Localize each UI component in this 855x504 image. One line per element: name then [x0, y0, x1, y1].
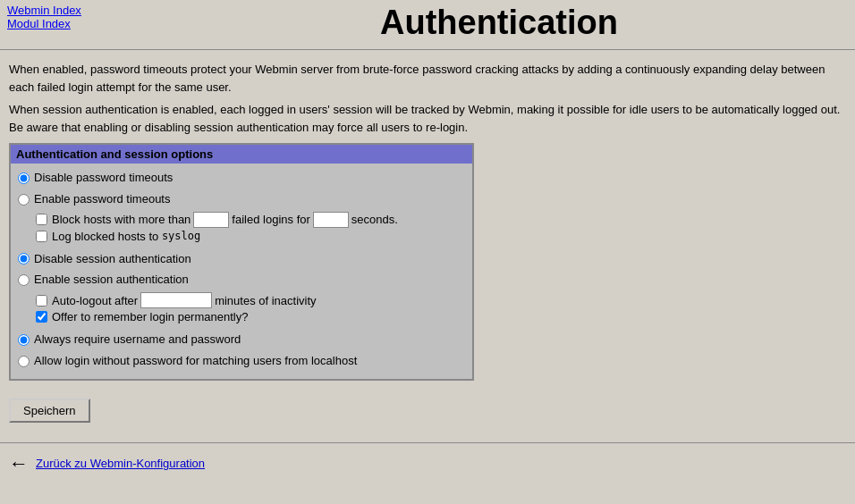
options-header: Authentication and session options — [11, 145, 472, 164]
save-row: Speichern — [9, 390, 846, 432]
description-block: When enabled, password timeouts protect … — [9, 61, 846, 136]
allow-localhost-label: Allow login without password for matchin… — [34, 352, 357, 371]
options-body: Disable password timeouts Enable passwor… — [11, 164, 472, 379]
enable-session-row: Enable session authentication — [18, 271, 465, 290]
modul-index-link[interactable]: Modul Index — [7, 17, 136, 30]
back-arrow-icon: ← — [9, 452, 29, 475]
disable-session-row: Disable session authentication — [18, 250, 465, 269]
log-blocked-row: Log blocked hosts to syslog — [18, 230, 465, 243]
enable-session-label: Enable session authentication — [34, 271, 189, 290]
auto-logout-input[interactable] — [140, 292, 212, 308]
auto-logout-row: Auto-logout after minutes of inactivity — [18, 292, 465, 308]
description-para2: When session authentication is enabled, … — [9, 101, 846, 136]
disable-password-radio[interactable] — [18, 172, 30, 184]
offer-remember-row: Offer to remember login permanently? — [18, 310, 465, 323]
disable-session-radio[interactable] — [18, 253, 30, 265]
back-link[interactable]: Zurück zu Webmin-Konfiguration — [36, 457, 205, 470]
footer: ← Zurück zu Webmin-Konfiguration — [0, 447, 855, 481]
enable-password-radio[interactable] — [18, 194, 30, 206]
enable-password-label: Enable password timeouts — [34, 190, 170, 209]
block-hosts-suffix: failed logins for — [232, 213, 309, 226]
block-seconds-input[interactable] — [313, 212, 349, 228]
nav-links: Webmin Index Modul Index — [0, 0, 143, 34]
always-require-row: Always require username and password — [18, 331, 465, 349]
log-blocked-label: Log blocked hosts to — [52, 230, 158, 243]
disable-password-row: Disable password timeouts — [18, 169, 465, 188]
disable-password-label: Disable password timeouts — [34, 169, 173, 188]
disable-session-label: Disable session authentication — [34, 250, 191, 269]
header-divider — [0, 49, 855, 50]
offer-remember-checkbox[interactable] — [36, 311, 47, 323]
main-content: When enabled, password timeouts protect … — [0, 54, 855, 439]
block-hosts-checkbox[interactable] — [36, 214, 47, 225]
enable-password-row: Enable password timeouts — [18, 190, 465, 209]
webmin-index-link[interactable]: Webmin Index — [7, 4, 136, 17]
syslog-label: syslog — [162, 230, 200, 242]
allow-localhost-radio[interactable] — [18, 356, 30, 367]
enable-session-radio[interactable] — [18, 274, 30, 286]
auto-logout-prefix: Auto-logout after — [52, 294, 138, 307]
block-count-input[interactable] — [193, 212, 229, 228]
save-button[interactable]: Speichern — [9, 399, 90, 423]
page-title-container: Authentication — [143, 0, 855, 46]
log-blocked-checkbox[interactable] — [36, 231, 47, 242]
description-para1: When enabled, password timeouts protect … — [9, 61, 846, 96]
block-hosts-prefix: Block hosts with more than — [52, 213, 190, 226]
seconds-label: seconds. — [351, 213, 398, 226]
always-require-label: Always require username and password — [34, 331, 241, 349]
auto-logout-checkbox[interactable] — [36, 295, 47, 307]
page-title: Authentication — [143, 4, 855, 42]
offer-remember-label: Offer to remember login permanently? — [52, 310, 248, 323]
auto-logout-suffix: minutes of inactivity — [215, 294, 316, 307]
footer-divider — [0, 442, 855, 443]
allow-localhost-row: Allow login without password for matchin… — [18, 352, 465, 371]
options-box: Authentication and session options Disab… — [9, 143, 474, 381]
always-require-radio[interactable] — [18, 334, 30, 346]
block-hosts-row: Block hosts with more than failed logins… — [18, 212, 465, 228]
